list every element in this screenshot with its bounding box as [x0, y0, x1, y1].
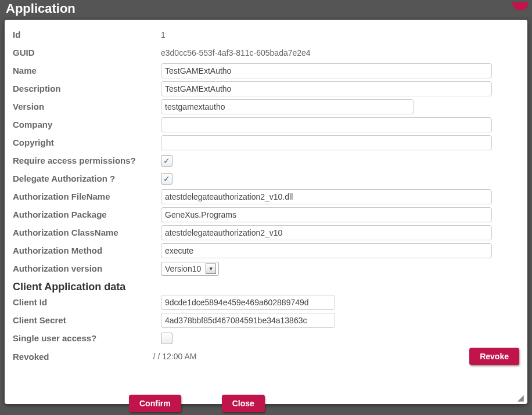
copyright-label: Copyright: [13, 138, 161, 147]
client-secret-field[interactable]: [161, 313, 335, 328]
copyright-field[interactable]: [161, 135, 492, 150]
require-permissions-checkbox[interactable]: ✓: [161, 155, 172, 167]
authorization-classname-field[interactable]: [161, 225, 492, 240]
client-id-field[interactable]: [161, 295, 335, 310]
require-permissions-label: Require access permissions?: [13, 156, 161, 165]
authorization-filename-field[interactable]: [161, 189, 492, 204]
description-field[interactable]: [161, 81, 492, 96]
resize-grip-icon[interactable]: ◢: [516, 394, 524, 402]
authorization-version-select[interactable]: Version10 ▼: [161, 262, 219, 276]
authorization-version-label: Authorization version: [13, 264, 161, 273]
delegate-authorization-label: Delegate Authorization ?: [13, 174, 161, 183]
single-user-access-label: Single user access?: [13, 333, 161, 343]
application-form-panel: Id 1 GUID e3d0cc56-553f-4af3-811c-605bad…: [5, 20, 527, 404]
authorization-filename-label: Authorization FileName: [13, 192, 161, 201]
company-label: Company: [13, 120, 161, 129]
authorization-method-label: Authorization Method: [13, 246, 161, 255]
page-title: Application: [5, 0, 527, 20]
revoked-label: Revoked: [13, 352, 153, 362]
delegate-authorization-checkbox[interactable]: ✓: [161, 173, 172, 185]
client-id-label: Client Id: [13, 297, 161, 307]
authorization-package-field[interactable]: [161, 207, 492, 222]
guid-value: e3d0cc56-553f-4af3-811c-605bada7e2e4: [161, 48, 311, 57]
authorization-method-field[interactable]: [161, 243, 492, 258]
id-label: Id: [13, 30, 161, 39]
client-application-section-header: Client Application data: [13, 277, 519, 293]
client-secret-label: Client Secret: [13, 315, 161, 325]
description-label: Description: [13, 84, 161, 93]
chevron-down-icon[interactable]: ▼: [206, 264, 216, 274]
close-button[interactable]: Close: [222, 395, 265, 412]
authorization-package-label: Authorization Package: [13, 210, 161, 219]
name-label: Name: [13, 66, 161, 75]
authorization-classname-label: Authorization ClassName: [13, 228, 161, 237]
name-field[interactable]: [161, 63, 492, 78]
revoked-value: / / 12:00 AM: [153, 352, 318, 361]
version-field[interactable]: [161, 99, 414, 114]
company-field[interactable]: [161, 117, 492, 132]
authorization-version-selected: Version10: [165, 264, 201, 273]
single-user-access-checkbox[interactable]: [161, 333, 172, 344]
revoke-button[interactable]: Revoke: [469, 348, 519, 365]
version-label: Version: [13, 102, 161, 111]
id-value: 1: [161, 30, 166, 39]
confirm-button[interactable]: Confirm: [129, 395, 181, 412]
guid-label: GUID: [13, 48, 161, 57]
